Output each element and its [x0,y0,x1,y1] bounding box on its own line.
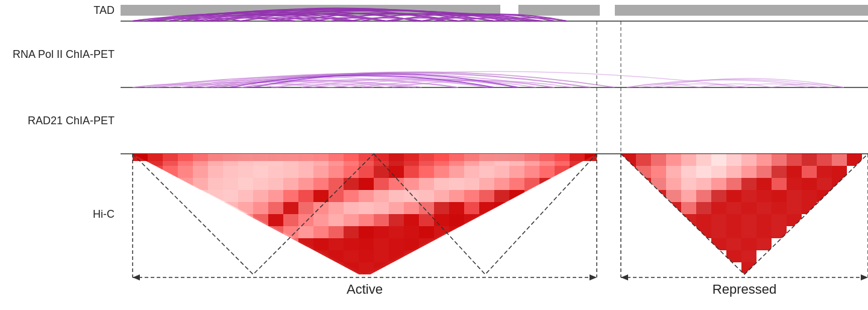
svg-rect-134 [283,202,298,214]
svg-rect-306 [711,190,726,202]
svg-rect-148 [494,202,509,214]
svg-rect-271 [832,154,847,166]
svg-rect-72 [238,178,253,190]
svg-rect-93 [555,178,570,190]
svg-rect-28 [509,154,524,166]
svg-rect-334 [726,226,741,238]
svg-rect-235 [419,250,434,262]
svg-rect-175 [509,214,524,226]
svg-rect-231 [359,250,374,262]
svg-rect-112 [374,190,389,202]
svg-rect-107 [298,190,313,202]
svg-rect-106 [283,190,298,202]
svg-rect-43 [268,166,283,178]
active-arrow-left [133,274,140,280]
svg-rect-202 [223,238,238,250]
svg-rect-190 [374,226,389,238]
svg-rect-104 [253,190,268,202]
svg-rect-280 [726,166,741,178]
svg-rect-169 [419,214,434,226]
svg-rect-76 [298,178,313,190]
svg-rect-260 [666,154,681,166]
svg-rect-61 [539,166,555,178]
svg-rect-7 [193,154,208,166]
repressed-arrow-right [861,274,868,280]
svg-rect-340 [741,238,756,250]
svg-rect-31 [555,154,570,166]
svg-rect-138 [344,202,359,214]
svg-rect-250 [374,262,389,274]
svg-rect-179 [208,226,223,238]
svg-rect-105 [268,190,283,202]
svg-rect-318 [726,202,741,214]
svg-rect-319 [741,202,756,214]
svg-rect-328 [741,214,756,226]
svg-rect-292 [696,178,711,190]
svg-rect-143 [419,202,434,214]
svg-rect-244 [283,262,298,274]
svg-rect-183 [268,226,283,238]
svg-rect-62 [555,166,570,178]
svg-rect-199 [509,226,524,238]
svg-rect-125 [148,202,163,214]
svg-rect-67 [163,178,178,190]
svg-rect-189 [359,226,374,238]
svg-rect-317 [711,202,726,214]
svg-rect-200 [193,238,208,250]
svg-rect-111 [359,190,374,202]
svg-rect-142 [404,202,419,214]
svg-rect-86 [449,178,464,190]
active-arrow-right [590,274,597,280]
svg-rect-159 [268,214,283,226]
svg-rect-343 [741,250,756,262]
svg-rect-52 [404,166,419,178]
svg-rect-29 [524,154,539,166]
svg-rect-69 [193,178,208,190]
svg-rect-203 [238,238,253,250]
svg-rect-57 [479,166,494,178]
svg-rect-39 [208,166,223,178]
svg-rect-209 [329,238,344,250]
svg-rect-108 [313,190,329,202]
svg-rect-167 [389,214,404,226]
svg-rect-149 [509,202,524,214]
svg-rect-305 [696,190,711,202]
svg-rect-133 [268,202,283,214]
svg-rect-245 [298,262,313,274]
tad-label: TAD [93,4,115,17]
svg-rect-282 [756,166,772,178]
svg-rect-32 [570,154,585,166]
svg-rect-92 [539,178,555,190]
svg-rect-213 [389,238,404,250]
svg-rect-25 [464,154,479,166]
svg-rect-196 [464,226,479,238]
svg-rect-293 [711,178,726,190]
svg-rect-341 [756,238,772,250]
svg-rect-188 [344,226,359,238]
svg-rect-191 [389,226,404,238]
svg-rect-130 [223,202,238,214]
svg-rect-122 [524,190,539,202]
svg-rect-342 [726,250,741,262]
svg-rect-171 [449,214,464,226]
svg-rect-26 [479,154,494,166]
svg-rect-234 [404,250,419,262]
svg-rect-333 [711,226,726,238]
svg-rect-155 [208,214,223,226]
svg-rect-66 [148,178,163,190]
svg-rect-50 [374,166,389,178]
svg-rect-81 [374,178,389,190]
svg-rect-163 [329,214,344,226]
svg-rect-232 [374,250,389,262]
svg-rect-129 [208,202,223,214]
svg-rect-325 [696,214,711,226]
svg-rect-332 [696,226,711,238]
hic-label-row: Hi-C [0,154,121,274]
svg-rect-295 [741,178,756,190]
svg-rect-204 [253,238,268,250]
svg-rect-284 [787,166,802,178]
svg-rect-145 [449,202,464,214]
svg-rect-180 [223,226,238,238]
svg-rect-323 [802,202,817,214]
svg-rect-337 [772,226,787,238]
